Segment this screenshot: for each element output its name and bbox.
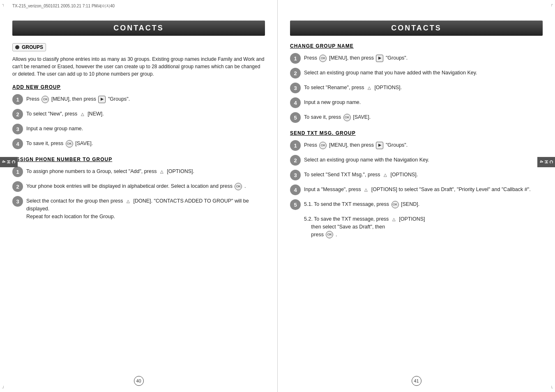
corner-tr: ┌ (550, 2, 553, 6)
left-page-number: 40 (134, 376, 144, 386)
page: TX-215_verizon_0501021 2005.10.21 7:11 P… (0, 0, 555, 392)
step-1: 1 Press OK [MENU], then press ▶ "Groups"… (12, 94, 265, 105)
ok-icon-r3: OK (319, 142, 327, 149)
snd-step-5-num: 5 (290, 199, 301, 210)
chg-step-1-num: 1 (290, 53, 301, 64)
groups-dot (15, 45, 19, 49)
chg-step-3: 3 To select "Rename", press △ [OPTIONS]. (290, 83, 543, 93)
ok-icon-r5: OK (326, 231, 333, 238)
left-page: TX-215_verizon_0501021 2005.10.21 7:11 P… (0, 0, 278, 392)
step-2-num: 2 (12, 109, 23, 120)
nav-icon-1: ▶ (98, 96, 106, 103)
ok-icon-3: OK (235, 183, 242, 190)
options-icon-r1: △ (366, 85, 373, 91)
chg-step-3-num: 3 (290, 83, 301, 93)
left-side-tab: CH4 (0, 157, 18, 167)
assign-step-2-num: 2 (12, 181, 23, 192)
send-txt-title: SEND TXT MSG. GROUP (290, 130, 543, 136)
corner-tl: ┐ (2, 2, 5, 6)
new-icon: △ (79, 111, 86, 118)
snd-step-4-num: 4 (290, 184, 301, 195)
snd-step-3-text: To select "Send TXT Msg.", press △ [OPTI… (304, 170, 418, 179)
assign-phone-title: ASSIGN PHONE NUMBER TO GROUP (12, 157, 265, 162)
step-3: 3 Input a new group name. (12, 124, 265, 134)
snd-step-1-text: Press OK [MENU], then press ▶ "Groups". (304, 140, 408, 149)
assign-step-3-text: Select the contact for the group then pr… (26, 196, 265, 220)
snd-step-5b-text: 5.2. To save the TXT message, press △ [O… (304, 214, 425, 238)
left-header: CONTACTS (12, 21, 265, 36)
snd-step-4: 4 Input a "Message", press △ [OPTIONS] t… (290, 184, 543, 195)
step-2-text: To select "New", press △ [NEW]. (26, 109, 104, 118)
chg-step-1-text: Press OK [MENU], then press ▶ "Groups". (304, 53, 408, 62)
step-4-text: To save it, press OK [SAVE]. (26, 138, 93, 148)
ok-icon-r2: OK (343, 114, 351, 121)
assign-step-1-text: To assign phone numbers to a Group, sele… (26, 166, 194, 175)
groups-label: GROUPS (22, 44, 43, 50)
groups-badge: GROUPS (12, 43, 46, 51)
snd-step-1-num: 1 (290, 140, 301, 151)
step-4: 4 To save it, press OK [SAVE]. (12, 138, 265, 149)
chg-step-4: 4 Input a new group name. (290, 97, 543, 108)
left-side-tab-ch: CH4 (1, 160, 16, 164)
step-3-num: 3 (12, 124, 23, 134)
chg-step-2: 2 Select an existing group name that you… (290, 68, 543, 78)
change-group-steps: 1 Press OK [MENU], then press ▶ "Groups"… (290, 53, 543, 123)
done-icon: △ (125, 198, 131, 205)
snd-step-5b: 5 5.2. To save the TXT message, press △ … (290, 214, 543, 238)
chg-step-1: 1 Press OK [MENU], then press ▶ "Groups"… (290, 53, 543, 64)
chg-step-5-num: 5 (290, 112, 301, 123)
ok-icon-1: OK (41, 96, 49, 103)
snd-step-5: 5 5.1. To send the TXT message, press OK… (290, 199, 543, 210)
chg-step-5: 5 To save it, press OK [SAVE]. (290, 112, 543, 123)
right-header: CONTACTS (290, 21, 543, 36)
nav-icon-r2: ▶ (376, 142, 383, 149)
step-1-text: Press OK [MENU], then press ▶ "Groups". (26, 94, 130, 103)
assign-step-2-text: Your phone book entries will be displaye… (26, 181, 246, 190)
options-icon-r4: △ (391, 216, 397, 223)
snd-step-3-num: 3 (290, 170, 301, 180)
chg-step-4-num: 4 (290, 97, 301, 108)
assign-step-3: 3 Select the contact for the group then … (12, 196, 265, 220)
step-4-num: 4 (12, 138, 23, 149)
assign-step-3-num: 3 (12, 196, 23, 207)
assign-step-2: 2 Your phone book entries will be displa… (12, 181, 265, 192)
send-txt-steps: 1 Press OK [MENU], then press ▶ "Groups"… (290, 140, 543, 238)
chg-step-5-text: To save it, press OK [SAVE]. (304, 112, 371, 121)
chg-step-3-text: To select "Rename", press △ [OPTIONS]. (304, 83, 402, 92)
nav-icon-r1: ▶ (376, 55, 383, 62)
header-info: TX-215_verizon_0501021 2005.10.21 7:11 P… (12, 3, 115, 9)
snd-step-2-text: Select an existing group name with the N… (304, 155, 429, 164)
snd-step-2: 2 Select an existing group name with the… (290, 155, 543, 166)
snd-step-5-text: 5.1. To send the TXT message, press OK [… (304, 199, 419, 208)
right-side-tab: CH4 (537, 157, 555, 167)
change-group-title: CHANGE GROUP NAME (290, 43, 543, 49)
assign-phone-steps: 1 To assign phone numbers to a Group, se… (12, 166, 265, 220)
groups-description: Allows you to classify phone entries int… (12, 55, 265, 78)
add-new-group-title: ADD NEW GROUP (12, 84, 265, 90)
chg-step-2-num: 2 (290, 68, 301, 78)
ok-icon-r4: OK (391, 201, 399, 208)
add-new-group-steps: 1 Press OK [MENU], then press ▶ "Groups"… (12, 94, 265, 149)
ok-icon-r1: OK (319, 55, 327, 62)
step-2: 2 To select "New", press △ [NEW]. (12, 109, 265, 120)
right-side-tab-ch: CH4 (539, 160, 554, 164)
step-1-num: 1 (12, 94, 23, 105)
step-3-text: Input a new group name. (26, 124, 83, 133)
snd-step-1: 1 Press OK [MENU], then press ▶ "Groups"… (290, 140, 543, 151)
snd-step-2-num: 2 (290, 155, 301, 166)
assign-step-1-num: 1 (12, 166, 23, 177)
right-page: ┌ └ CONTACTS CHANGE GROUP NAME 1 Press O… (278, 0, 555, 392)
options-icon-1: △ (159, 168, 165, 175)
ok-icon-2: OK (66, 140, 73, 148)
snd-step-3: 3 To select "Send TXT Msg.", press △ [OP… (290, 170, 543, 180)
snd-step-4-text: Input a "Message", press △ [OPTIONS] to … (304, 184, 531, 194)
assign-step-1: 1 To assign phone numbers to a Group, se… (12, 166, 265, 177)
chg-step-4-text: Input a new group name. (304, 97, 361, 106)
corner-bl: ┘ (2, 386, 5, 390)
chg-step-2-text: Select an existing group name that you h… (304, 68, 477, 77)
corner-br: └ (550, 386, 553, 390)
options-icon-r3: △ (363, 187, 369, 193)
options-icon-r2: △ (382, 172, 389, 178)
right-page-number: 41 (412, 376, 421, 386)
